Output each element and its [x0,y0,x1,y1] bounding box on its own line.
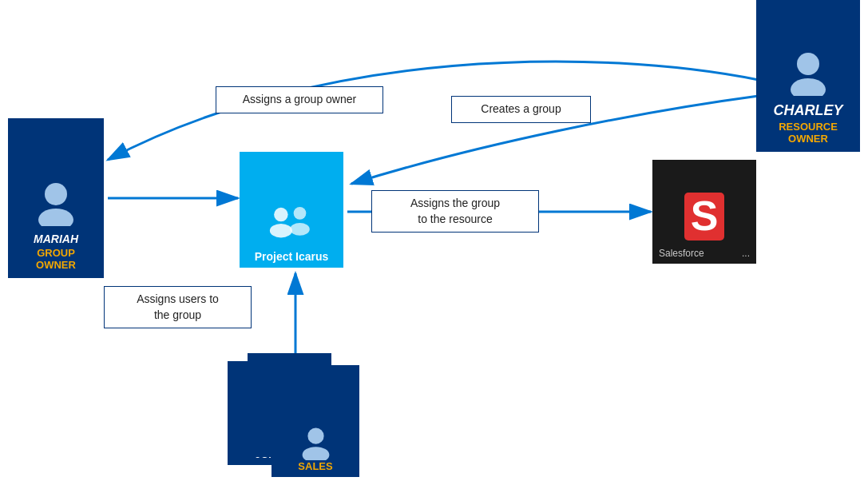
svg-point-8 [294,207,307,220]
salesforce-dots: ... [742,248,750,259]
charley-role: RESOURCEOWNER [779,121,838,145]
svg-point-5 [38,209,73,226]
svg-point-4 [45,183,67,205]
salesforce-logo-icon: S [676,189,732,244]
mariah-role: GROUPOWNER [36,247,76,272]
assigns-resource-text: Assigns the groupto the resource [410,197,500,225]
assigns-owner-label: Assigns a group owner [216,86,383,113]
salesforce-label: Salesforce [659,248,704,259]
sales-role: SALES [298,460,332,472]
svg-text:S: S [691,193,719,239]
svg-point-3 [791,78,826,96]
charley-name: CHARLEY [771,99,844,121]
mariah-avatar-icon [32,178,80,226]
charley-avatar-icon [784,48,832,96]
group-icon [264,201,319,245]
svg-point-7 [270,224,292,238]
svg-point-2 [797,53,819,75]
sales-avatar-icon [298,424,334,460]
assigns-users-label: Assigns users tothe group [104,286,252,328]
assigns-users-text: Assigns users tothe group [137,292,219,321]
group-label: Project Icarus [255,250,329,263]
salesforce-card: S Salesforce ... [652,160,756,264]
svg-point-6 [274,208,288,222]
svg-point-9 [290,223,310,236]
creates-group-label: Creates a group [451,96,591,123]
mariah-card: MARIAH GROUPOWNER [8,118,104,278]
assigns-resource-label: Assigns the groupto the resource [371,190,539,233]
charley-card: CHARLEY RESOURCEOWNER [756,0,860,152]
svg-point-17 [307,428,323,444]
sales-card: SALES [271,365,359,477]
group-card: Project Icarus [240,152,343,268]
svg-point-18 [302,447,329,460]
mariah-name: MARIAH [32,229,80,247]
